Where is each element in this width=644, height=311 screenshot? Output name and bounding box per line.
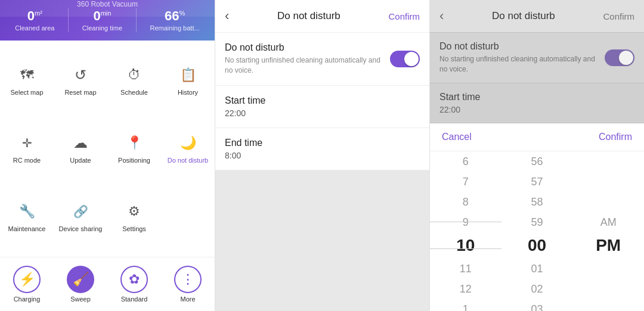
- picker-min-01: 01: [501, 259, 573, 279]
- middle-start-label: Start time: [225, 95, 420, 106]
- robot-title: 360 Robot Vacuum: [77, 0, 138, 8]
- menu-label-do-not-disturb: Do not disturb: [168, 156, 208, 164]
- menu-item-select-map[interactable]: 🗺 Select map: [0, 46, 54, 114]
- menu-item-do-not-disturb[interactable]: 🌙 Do not disturb: [161, 114, 215, 182]
- right-panel: ‹ Do not disturb Confirm Do not disturb …: [429, 0, 644, 311]
- right-start-label: Start time: [439, 92, 634, 102]
- bottom-charging[interactable]: ⚡ Charging: [0, 262, 54, 306]
- menu-item-empty: [161, 183, 215, 251]
- middle-header: ‹ Do not disturb Confirm: [215, 0, 429, 33]
- menu-item-positioning[interactable]: 📍 Positioning: [107, 114, 161, 182]
- menu-label-rc-mode: RC mode: [13, 156, 41, 164]
- menu-label-positioning: Positioning: [118, 156, 150, 164]
- right-dnd-toggle[interactable]: [605, 49, 634, 66]
- more-icon: ⋮: [174, 266, 202, 293]
- menu-label-update: Update: [70, 156, 91, 164]
- picker-columns: 6 7 8 9 10 11 12 1 56 57 58 59 00 01 02: [430, 151, 644, 311]
- right-dnd-section: Do not disturb No starting unfinished cl…: [430, 33, 644, 83]
- menu-item-rc-mode[interactable]: ✛ RC mode: [0, 114, 54, 182]
- picker-wheel[interactable]: 6 7 8 9 10 11 12 1 56 57 58 59 00 01 02: [430, 151, 644, 311]
- bottom-sweep[interactable]: 🧹 Sweep: [54, 262, 107, 306]
- history-icon: 📋: [177, 64, 199, 86]
- bottom-standard[interactable]: ✿ Standard: [107, 262, 161, 306]
- picker-cancel-button[interactable]: Cancel: [442, 132, 472, 142]
- middle-confirm-button[interactable]: Confirm: [388, 11, 420, 21]
- settings-icon: ⚙: [123, 201, 145, 222]
- middle-dnd-desc: No starting unfinished cleaning automati…: [225, 55, 390, 76]
- middle-dnd-content: Do not disturb No starting unfinished cl…: [225, 42, 390, 76]
- picker-hours-col[interactable]: 6 7 8 9 10 11 12 1: [430, 151, 501, 311]
- select-map-icon: 🗺: [16, 64, 38, 86]
- menu-item-settings[interactable]: ⚙ Settings: [107, 183, 161, 251]
- charging-label: Charging: [14, 296, 41, 303]
- menu-item-history[interactable]: 📋 History: [161, 46, 215, 114]
- menu-item-device-sharing[interactable]: 🔗 Device sharing: [54, 183, 107, 251]
- device-sharing-icon: 🔗: [70, 201, 91, 222]
- picker-hour-7: 7: [430, 172, 501, 192]
- menu-item-reset-map[interactable]: ↺ Reset map: [54, 46, 107, 114]
- middle-title: Do not disturb: [277, 10, 340, 22]
- do-not-disturb-icon: 🌙: [177, 132, 199, 154]
- menu-label-device-sharing: Device sharing: [59, 225, 103, 233]
- stat-battery-value: 66%: [165, 9, 185, 23]
- picker-minutes-col[interactable]: 56 57 58 59 00 01 02 03: [501, 151, 573, 311]
- middle-end-label: End time: [225, 138, 420, 148]
- picker-period-am: AM: [572, 212, 644, 232]
- picker-hour-1: 1: [430, 299, 501, 311]
- middle-start-time: Start time 22:00: [215, 86, 429, 128]
- right-title: Do not disturb: [492, 10, 555, 22]
- middle-start-value: 22:00: [225, 108, 420, 118]
- picker-confirm-button[interactable]: Confirm: [599, 132, 632, 142]
- left-panel: 360 Robot Vacuum 0m² Cleaned area 0min C…: [0, 0, 215, 311]
- right-dnd-title: Do not disturb: [439, 41, 605, 52]
- menu-label-settings: Settings: [122, 225, 146, 233]
- menu-item-schedule[interactable]: ⏱ Schedule: [107, 46, 161, 114]
- menu-item-update[interactable]: ☁ Update: [54, 114, 107, 182]
- picker-min-58: 58: [501, 192, 573, 212]
- map-placeholder: [215, 170, 429, 311]
- picker-period-pm: PM: [572, 232, 644, 259]
- reset-map-icon: ↺: [70, 64, 91, 86]
- stat-battery-label: Remaining batt...: [150, 24, 199, 32]
- charging-icon: ⚡: [13, 266, 41, 293]
- more-label: More: [180, 296, 195, 303]
- picker-hour-6: 6: [430, 151, 501, 172]
- right-start-time: Start time 22:00: [430, 83, 644, 123]
- time-picker: Cancel Confirm 6 7 8 9 10 11 12 1 56 5: [430, 123, 644, 311]
- picker-hour-9: 9: [430, 212, 501, 232]
- menu-label-schedule: Schedule: [120, 88, 148, 97]
- stat-time-value: 0min: [93, 9, 111, 23]
- picker-hour-8: 8: [430, 192, 501, 212]
- stat-time-label: Cleaning time: [82, 24, 122, 32]
- picker-min-00: 00: [501, 232, 573, 259]
- menu-label-history: History: [178, 88, 198, 97]
- middle-back-button[interactable]: ‹: [225, 8, 229, 24]
- positioning-icon: 📍: [123, 132, 145, 154]
- right-back-button[interactable]: ‹: [439, 8, 444, 24]
- menu-label-select-map: Select map: [10, 88, 43, 97]
- middle-dnd-section: Do not disturb No starting unfinished cl…: [215, 33, 429, 86]
- right-start-value: 22:00: [439, 105, 634, 114]
- picker-min-56: 56: [501, 151, 573, 172]
- picker-min-02: 02: [501, 279, 573, 299]
- right-confirm-button[interactable]: Confirm: [603, 11, 634, 21]
- middle-dnd-toggle[interactable]: [390, 51, 420, 67]
- middle-dnd-title: Do not disturb: [225, 42, 390, 53]
- standard-label: Standard: [121, 296, 148, 303]
- stat-battery: 66% Remaining batt...: [145, 9, 204, 32]
- sweep-icon: 🧹: [67, 266, 94, 293]
- middle-end-time: End time 8:00: [215, 128, 429, 170]
- menu-label-maintenance: Maintenance: [8, 225, 46, 233]
- picker-period-col[interactable]: AM PM: [572, 151, 644, 311]
- rc-mode-icon: ✛: [16, 132, 38, 154]
- stat-cleaning-time: 0min Cleaning time: [78, 9, 127, 32]
- stats-bar: 360 Robot Vacuum 0m² Cleaned area 0min C…: [0, 0, 215, 41]
- bottom-more[interactable]: ⋮ More: [161, 262, 215, 306]
- schedule-icon: ⏱: [123, 64, 145, 86]
- middle-panel: ‹ Do not disturb Confirm Do not disturb …: [215, 0, 429, 311]
- right-dnd-desc: No starting unfinished cleaning automati…: [439, 54, 605, 74]
- bottom-bar: ⚡ Charging 🧹 Sweep ✿ Standard ⋮ More: [0, 257, 215, 311]
- menu-item-maintenance[interactable]: 🔧 Maintenance: [0, 183, 54, 251]
- picker-min-57: 57: [501, 172, 573, 192]
- picker-hour-12: 12: [430, 279, 501, 299]
